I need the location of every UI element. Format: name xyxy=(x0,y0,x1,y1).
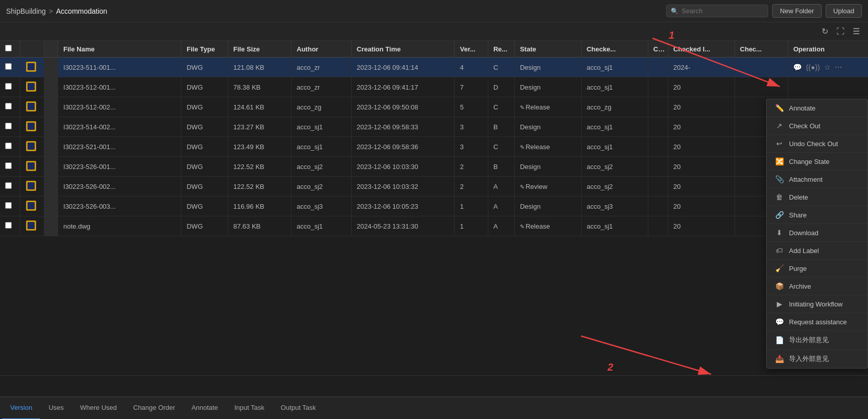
select-all-checkbox[interactable] xyxy=(5,45,12,51)
file-size: 78.38 KB xyxy=(228,77,291,97)
tab-version[interactable]: Version xyxy=(2,397,40,420)
file-icon xyxy=(25,81,37,92)
file-name[interactable]: I30223-512-002... xyxy=(58,97,181,117)
expand-icon[interactable]: ⛶ xyxy=(834,26,847,37)
file-ver: 2 xyxy=(455,177,488,197)
file-re: C xyxy=(488,97,514,117)
context-menu-item-share[interactable]: 🔗 Share xyxy=(767,206,867,224)
row-checkbox[interactable] xyxy=(5,143,12,149)
horizontal-scrollbar[interactable] xyxy=(0,375,868,381)
file-state: Design xyxy=(515,117,582,137)
context-menu-item-check-out[interactable]: ↗ Check Out xyxy=(767,117,867,135)
topbar: ShipBuilding > Accommodation 🔍 New Folde… xyxy=(0,0,868,22)
table-row[interactable]: I30223-526-002... DWG 122.52 KB acco_sj2… xyxy=(0,177,868,197)
star-icon[interactable]: ☆ xyxy=(824,63,831,71)
row-checkbox[interactable] xyxy=(5,63,12,70)
file-re: A xyxy=(488,177,514,197)
search-input[interactable] xyxy=(681,7,758,15)
table-row[interactable]: I30223-514-002... DWG 123.27 KB acco_sj1… xyxy=(0,117,868,137)
bottom-tabs: VersionUsesWhere UsedChange OrderAnnotat… xyxy=(0,397,868,419)
signal-icon[interactable]: ((●)) xyxy=(806,63,820,71)
file-icon xyxy=(25,101,37,112)
state-icon: ✎ xyxy=(520,144,524,150)
file-name[interactable]: I30223-511-001... xyxy=(58,58,181,77)
context-menu-item-attachment[interactable]: 📎 Attachment xyxy=(767,171,867,188)
file-checkee: acco_sj1 xyxy=(581,216,648,236)
file-checki: 20 xyxy=(668,137,735,157)
file-c xyxy=(648,157,668,177)
table-row[interactable]: I30223-526-001... DWG 122.52 KB acco_sj2… xyxy=(0,157,868,177)
col-header-re: Re... xyxy=(488,41,514,58)
table-row[interactable]: I30223-512-001... DWG 78.38 KB acco_zr 2… xyxy=(0,77,868,97)
comment-icon[interactable]: 💬 xyxy=(793,63,802,71)
table-row[interactable]: I30223-521-001... DWG 123.49 KB acco_sj1… xyxy=(0,137,868,157)
file-checki: 20 xyxy=(668,77,735,97)
row-checkbox[interactable] xyxy=(5,123,12,129)
file-icon xyxy=(25,121,37,132)
tab-change-order[interactable]: Change Order xyxy=(125,397,183,420)
context-menu-item-initiating-workflow[interactable]: ▶ Initiating Workflow xyxy=(767,295,867,313)
file-checkee: acco_sj1 xyxy=(581,137,648,157)
file-type: DWG xyxy=(181,137,228,157)
file-type: DWG xyxy=(181,77,228,97)
file-name[interactable]: I30223-526-001... xyxy=(58,157,181,177)
col-header-state: State xyxy=(515,41,582,58)
context-menu-item-undo-check-out[interactable]: ↩ Undo Check Out xyxy=(767,135,867,153)
file-type: DWG xyxy=(181,197,228,216)
context-menu-item-purge[interactable]: 🧹 Purge xyxy=(767,260,867,277)
tab-uses[interactable]: Uses xyxy=(40,397,72,420)
file-name[interactable]: I30223-521-001... xyxy=(58,137,181,157)
file-ver: 1 xyxy=(455,197,488,216)
context-menu-item-request-assistance[interactable]: 💬 Request assistance xyxy=(767,313,867,331)
file-name[interactable]: I30223-526-002... xyxy=(58,177,181,197)
search-box[interactable]: 🔍 xyxy=(666,5,768,17)
search-icon: 🔍 xyxy=(671,8,678,15)
table-row[interactable]: I30223-512-002... DWG 124.61 KB acco_zg … xyxy=(0,97,868,117)
file-checkt xyxy=(734,58,788,77)
menu-icon[interactable]: ☰ xyxy=(851,25,862,37)
file-type: DWG xyxy=(181,97,228,117)
context-menu-item-add-label[interactable]: 🏷 Add Label xyxy=(767,242,867,260)
file-re: A xyxy=(488,216,514,236)
tab-where-used[interactable]: Where Used xyxy=(72,397,125,420)
row-checkbox[interactable] xyxy=(5,83,12,90)
tab-annotate[interactable]: Annotate xyxy=(183,397,226,420)
tab-input-task[interactable]: Input Task xyxy=(226,397,273,420)
table-row[interactable]: I30223-511-001... DWG 121.08 KB acco_zr … xyxy=(0,58,868,77)
context-menu-item-annotate[interactable]: ✏️ Annotate xyxy=(767,99,867,117)
file-re: B xyxy=(488,117,514,137)
file-op: 💬 ((●)) ☆ ⋯ xyxy=(788,58,868,77)
file-name[interactable]: note.dwg xyxy=(58,216,181,236)
file-time: 2023-12-06 09:41:17 xyxy=(351,77,455,97)
upload-button[interactable]: Upload xyxy=(826,4,862,18)
file-name[interactable]: I30223-514-002... xyxy=(58,117,181,137)
file-size: 122.52 KB xyxy=(228,177,291,197)
context-menu-item-archive[interactable]: 📦 Archive xyxy=(767,277,867,295)
row-checkbox[interactable] xyxy=(5,182,12,189)
tab-output-task[interactable]: Output Task xyxy=(273,397,324,420)
row-checkbox[interactable] xyxy=(5,222,12,229)
state-icon: ✎ xyxy=(520,184,524,190)
file-name[interactable]: I30223-512-001... xyxy=(58,77,181,97)
toolbar: ↻ ⛶ ☰ xyxy=(0,22,868,41)
new-folder-button[interactable]: New Folder xyxy=(772,4,821,18)
breadcrumb-parent[interactable]: ShipBuilding xyxy=(6,7,46,15)
more-icon[interactable]: ⋯ xyxy=(835,63,842,71)
row-checkbox[interactable] xyxy=(5,103,12,109)
menu-item-label: Initiating Workflow xyxy=(789,300,843,308)
context-menu-item-导入外部意见[interactable]: 📥 导入外部意见 xyxy=(767,350,867,368)
context-menu-item-download[interactable]: ⬇ Download xyxy=(767,224,867,242)
context-menu-item-delete[interactable]: 🗑 Delete xyxy=(767,188,867,206)
table-row[interactable]: I30223-526-003... DWG 116.96 KB acco_sj3… xyxy=(0,197,868,216)
context-menu-item-导出外部意见[interactable]: 📄 导出外部意见 xyxy=(767,331,867,350)
file-author: acco_zg xyxy=(292,97,352,117)
context-menu-item-change-state[interactable]: 🔀 Change State xyxy=(767,153,867,171)
file-re: D xyxy=(488,77,514,97)
file-checkee: acco_sj3 xyxy=(581,197,648,216)
file-name[interactable]: I30223-526-003... xyxy=(58,197,181,216)
row-checkbox[interactable] xyxy=(5,202,12,209)
table-row[interactable]: note.dwg DWG 87.63 KB acco_sj1 2024-05-2… xyxy=(0,216,868,236)
file-ver: 5 xyxy=(455,97,488,117)
row-checkbox[interactable] xyxy=(5,162,12,169)
refresh-icon[interactable]: ↻ xyxy=(820,25,830,37)
